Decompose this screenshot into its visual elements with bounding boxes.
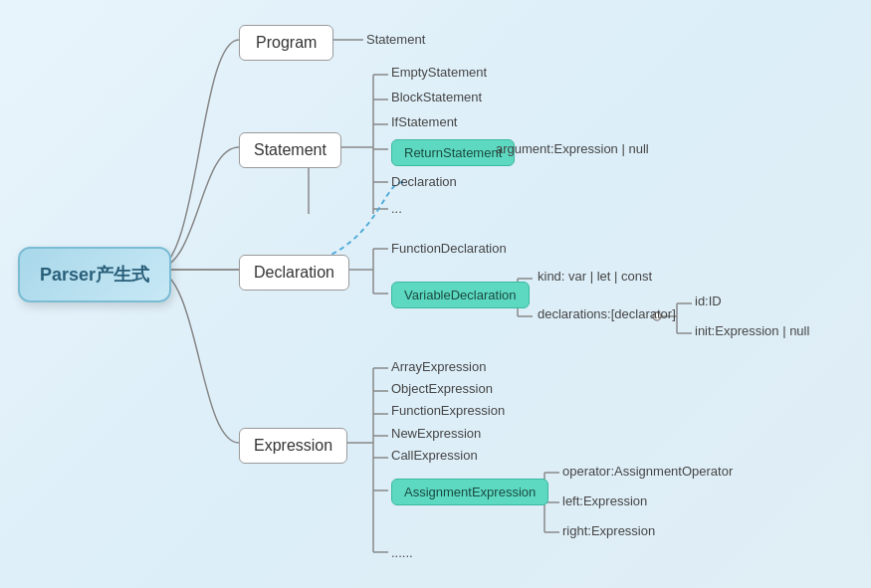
function-expression-label: FunctionExpression <box>391 403 505 418</box>
statement-ellipsis: ... <box>391 201 402 216</box>
expression-node: Expression <box>239 428 347 464</box>
right-expression-label: right:Expression <box>562 523 655 538</box>
init-label: init:Expression | null <box>695 323 809 338</box>
new-expression-label: NewExpression <box>391 426 481 441</box>
declaration-node: Declaration <box>239 255 349 291</box>
declarations-label: declarations:[declarator] <box>538 306 676 321</box>
id-label: id:ID <box>695 294 722 308</box>
root-node: Parser产生式 <box>18 247 171 302</box>
expression-ellipsis: ...... <box>391 545 413 560</box>
empty-statement-label: EmptyStatement <box>391 65 487 80</box>
function-declaration-label: FunctionDeclaration <box>391 241 507 256</box>
block-statement-label: BlockStatement <box>391 90 482 104</box>
object-expression-label: ObjectExpression <box>391 381 493 396</box>
program-node: Program <box>239 25 333 61</box>
operator-label: operator:AssignmentOperator <box>562 464 733 479</box>
if-statement-label: IfStatement <box>391 114 457 129</box>
call-expression-label: CallExpression <box>391 448 478 463</box>
variable-declaration-node: VariableDeclaration <box>391 282 530 308</box>
kind-label: kind: var | let | const <box>538 269 652 284</box>
array-expression-label: ArrayExpression <box>391 359 486 374</box>
left-expression-label: left:Expression <box>562 493 647 508</box>
program-statement-label: Statement <box>366 32 425 47</box>
assignment-expression-node: AssignmentExpression <box>391 479 548 505</box>
statement-node: Statement <box>239 132 341 168</box>
declaration-child-label: Declaration <box>391 174 457 189</box>
return-arg-label: argument:Expression | null <box>496 141 649 156</box>
